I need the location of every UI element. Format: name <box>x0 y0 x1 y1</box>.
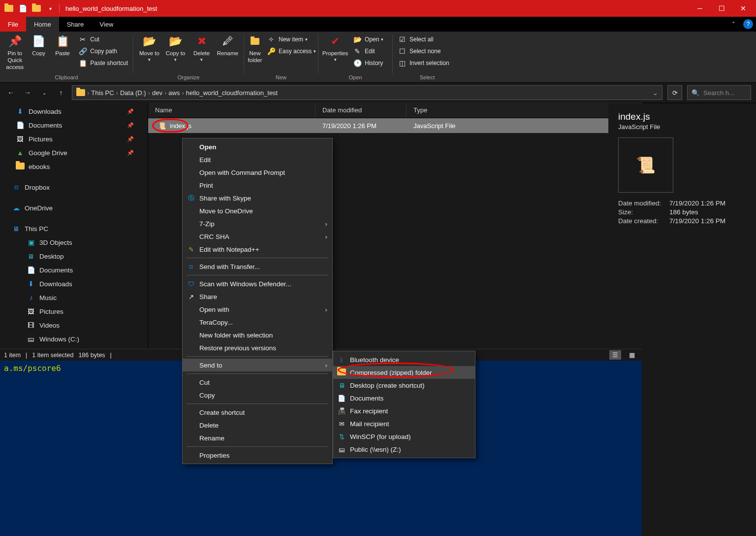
maximize-button[interactable]: ☐ <box>711 0 732 17</box>
tab-file[interactable]: File <box>0 17 26 32</box>
ctx-notepadpp[interactable]: ✎Edit with Notepad++ <box>183 243 332 256</box>
ctx-teracopy[interactable]: TeraCopy... <box>183 316 332 329</box>
nav-windows-c[interactable]: 🖴Windows (C:) <box>0 332 148 346</box>
ctx-print[interactable]: Print <box>183 179 332 192</box>
help-icon[interactable]: ? <box>743 19 753 29</box>
select-none-button[interactable]: ☐Select none <box>396 45 451 57</box>
recent-locations-icon[interactable]: ⌄ <box>38 87 50 99</box>
select-all-button[interactable]: ☑Select all <box>396 34 451 45</box>
edit-button[interactable]: ✎Edit <box>351 45 385 57</box>
sendto-documents[interactable]: 📄Documents <box>333 392 475 404</box>
ctx-defender[interactable]: 🛡Scan with Windows Defender... <box>183 277 332 290</box>
ctx-transfer[interactable]: ⧈Send with Transfer... <box>183 260 332 273</box>
view-icons-icon[interactable]: ▦ <box>626 350 638 360</box>
ribbon-collapse-icon[interactable]: ˄ <box>726 17 740 32</box>
nav-desktop[interactable]: 🖥Desktop <box>0 249 148 263</box>
copy-to-button[interactable]: 📂Copy to▾ <box>162 34 189 63</box>
qat-icon-1[interactable]: 📄 <box>18 3 28 13</box>
title-bar: 📄 ▾ hello_world_cloudformation_test ─ ☐ … <box>0 0 756 17</box>
sendto-bluetooth[interactable]: ᛒBluetooth device <box>333 353 475 366</box>
refresh-button[interactable]: ⟳ <box>667 85 682 100</box>
qat-dropdown-icon[interactable]: ▾ <box>45 3 55 13</box>
delete-button[interactable]: ✖Delete▾ <box>189 34 215 63</box>
crumb-this-pc[interactable]: This PC <box>91 89 114 97</box>
file-row-index-js[interactable]: 📜index.js 7/19/2020 1:26 PM JavaScript F… <box>148 118 642 133</box>
search-box[interactable]: 🔍 Search h... <box>687 85 751 100</box>
open-button[interactable]: 📂Open▾ <box>351 34 385 45</box>
paste-button[interactable]: 📋Paste <box>51 34 74 57</box>
ctx-share[interactable]: ↗Share <box>183 290 332 303</box>
sendto-mail[interactable]: ✉Mail recipient <box>333 417 475 430</box>
nav-dropbox[interactable]: ⧈Dropbox <box>0 180 148 194</box>
col-date[interactable]: Date modified <box>315 102 407 118</box>
sendto-public[interactable]: 🖴Public (\\esn) (Z:) <box>333 443 475 456</box>
close-button[interactable]: ✕ <box>732 0 754 17</box>
crumb-data-d[interactable]: Data (D:) <box>120 89 146 97</box>
col-type[interactable]: Type <box>407 102 642 118</box>
ctx-open-with[interactable]: Open with› <box>183 303 332 316</box>
paste-shortcut-button[interactable]: 📋Paste shortcut <box>76 57 130 69</box>
easy-access-button[interactable]: 🔑Easy access▾ <box>265 45 318 57</box>
nav-pictures[interactable]: 🖼Pictures📌 <box>0 132 148 146</box>
minimize-button[interactable]: ─ <box>689 0 711 17</box>
move-to-button[interactable]: 📂Move to▾ <box>136 34 162 63</box>
pin-quick-access-button[interactable]: 📌Pin to Quick access <box>3 34 27 70</box>
invert-selection-button[interactable]: ◫Invert selection <box>396 57 451 69</box>
ctx-open[interactable]: Open <box>183 140 332 153</box>
ctx-cmd[interactable]: Open with Command Prompt <box>183 166 332 179</box>
copy-button[interactable]: 📄Copy <box>27 34 50 57</box>
ctx-crc[interactable]: CRC SHA› <box>183 230 332 243</box>
ctx-new-folder-sel[interactable]: New folder with selection <box>183 329 332 341</box>
nav-videos[interactable]: 🎞Videos <box>0 318 148 332</box>
qat-icon-2[interactable] <box>32 3 41 13</box>
ctx-send-to[interactable]: Send to› <box>183 359 332 371</box>
col-name[interactable]: Name <box>148 102 315 118</box>
sendto-desktop[interactable]: 🖥Desktop (create shortcut) <box>333 379 475 392</box>
ctx-copy[interactable]: Copy <box>183 389 332 402</box>
back-button[interactable]: ← <box>5 87 17 99</box>
tab-home[interactable]: Home <box>26 17 59 32</box>
breadcrumb-bar[interactable]: › This PC› Data (D:)› dev› aws› hello_wo… <box>72 85 662 100</box>
crumb-current[interactable]: hello_world_cloudformation_test <box>186 89 278 97</box>
nav-downloads-2[interactable]: ⬇Downloads <box>0 277 148 291</box>
ctx-skype[interactable]: ⓈShare with Skype <box>183 192 332 204</box>
tab-share[interactable]: Share <box>59 17 92 32</box>
copy-path-button[interactable]: 🔗Copy path <box>76 45 130 57</box>
ctx-7zip[interactable]: 7-Zip› <box>183 217 332 230</box>
ctx-rename[interactable]: Rename <box>183 432 332 444</box>
view-details-icon[interactable]: ☰ <box>609 350 621 360</box>
sendto-fax[interactable]: 📠Fax recipient <box>333 404 475 417</box>
ctx-onedrive[interactable]: Move to OneDrive <box>183 204 332 217</box>
up-button[interactable]: ↑ <box>55 87 67 99</box>
ctx-restore[interactable]: Restore previous versions <box>183 341 332 354</box>
crumb-aws[interactable]: aws <box>168 89 180 97</box>
tab-view[interactable]: View <box>92 17 121 32</box>
ctx-cut[interactable]: Cut <box>183 376 332 389</box>
cut-button[interactable]: ✂Cut <box>76 34 130 45</box>
nav-3d-objects[interactable]: ▣3D Objects <box>0 235 148 249</box>
ctx-edit[interactable]: Edit <box>183 153 332 166</box>
properties-button[interactable]: ✔Properties▾ <box>321 34 349 63</box>
forward-button[interactable]: → <box>22 87 33 99</box>
nav-google-drive[interactable]: ▲Google Drive📌 <box>0 146 148 160</box>
ctx-delete[interactable]: Delete <box>183 419 332 432</box>
nav-documents[interactable]: 📄Documents📌 <box>0 118 148 132</box>
new-item-button[interactable]: ✧New item▾ <box>265 34 318 45</box>
sendto-compressed-zip[interactable]: Compressed (zipped) folder <box>333 366 475 379</box>
nav-ebooks[interactable]: ebooks <box>0 160 148 173</box>
nav-onedrive[interactable]: ☁OneDrive <box>0 201 148 215</box>
nav-this-pc[interactable]: 🖥This PC <box>0 222 148 235</box>
nav-music[interactable]: ♪Music <box>0 291 148 304</box>
nav-downloads[interactable]: ⬇Downloads📌 <box>0 104 148 118</box>
ctx-create-shortcut[interactable]: Create shortcut <box>183 406 332 419</box>
sendto-winscp[interactable]: ⇅WinSCP (for upload) <box>333 430 475 443</box>
new-folder-button[interactable]: New folder <box>247 34 263 64</box>
nav-documents-2[interactable]: 📄Documents <box>0 263 148 277</box>
crumb-dev[interactable]: dev <box>152 89 162 97</box>
rename-button[interactable]: 🖉Rename <box>215 34 241 57</box>
column-headers[interactable]: Name Date modified Type <box>148 102 642 118</box>
address-dropdown-icon[interactable]: ⌄ <box>653 89 658 97</box>
nav-pictures-2[interactable]: 🖼Pictures <box>0 304 148 318</box>
history-button[interactable]: 🕑History <box>351 57 385 69</box>
ctx-properties[interactable]: Properties <box>183 449 332 462</box>
